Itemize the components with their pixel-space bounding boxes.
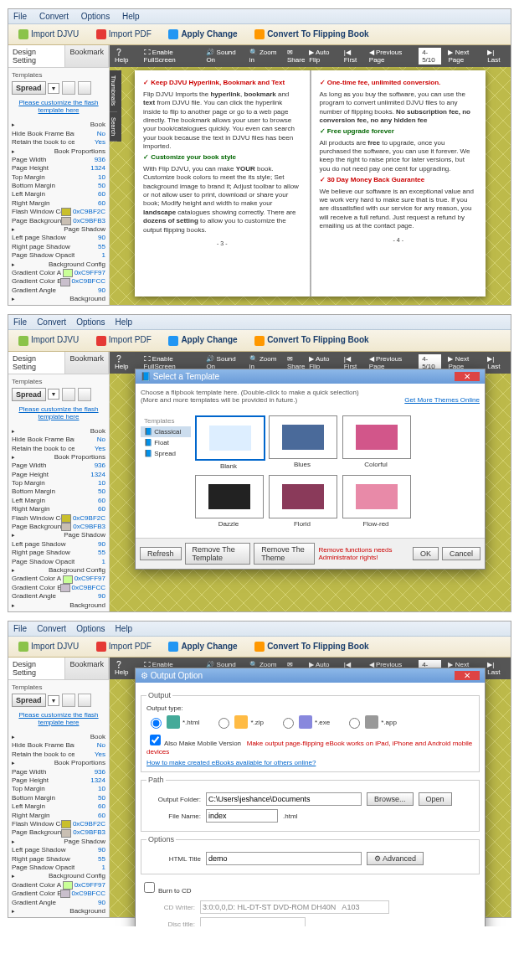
pdf-icon (96, 29, 106, 39)
output-section: Output Output type: *.html *.zip *.exe *… (141, 691, 480, 772)
dialog-title: 📘 Select a Template (141, 372, 219, 381)
import-pdf-button[interactable]: Import PDF (91, 28, 157, 41)
customize-link[interactable]: Please customize the flash template here (12, 97, 105, 116)
zoom-button[interactable]: 🔍 Zoom in (249, 49, 279, 64)
autoflip-button[interactable]: ▶ Auto Flip (309, 49, 337, 64)
tpl-colorful[interactable] (342, 415, 411, 459)
menu-convert[interactable]: Convert (39, 12, 69, 21)
exe-icon (299, 715, 312, 729)
property-grid: BookHide Book Frame BarNoRetain the book… (8, 119, 109, 305)
tpl-florid[interactable] (269, 475, 337, 518)
html-title-input[interactable] (206, 852, 362, 865)
template-type-list: Templates 📘 Classical 📘 Float 📘 Spread (141, 415, 191, 459)
tpl-spread[interactable]: 📘 Spread (141, 448, 191, 459)
apply-change-button[interactable]: Apply Change (163, 28, 242, 41)
disc-title-input (200, 917, 306, 926)
make-mobile-checkbox[interactable] (150, 735, 161, 745)
output-folder-input[interactable] (206, 792, 362, 806)
thumbnails-tab[interactable]: Thumbnails (110, 70, 117, 111)
select-template-dialog: 📘 Select a Template✕ Choose a flipbook t… (135, 369, 486, 570)
output-type-radios: *.html *.zip *.exe *.app (146, 715, 474, 729)
menubar: File Convert Options Help (8, 9, 511, 24)
template-tool-1[interactable] (62, 81, 75, 95)
remove-template-button[interactable]: Remove The Template (185, 543, 251, 565)
sidebar: Design Setting Bookmark Templates Spread… (8, 45, 110, 305)
next-page-button[interactable]: ▶ Next Page (448, 49, 480, 64)
template-grid: Blank Blues Colorful Dazzle Florid Flow-… (195, 415, 480, 528)
menu-file[interactable]: File (13, 12, 27, 21)
zip-icon (234, 715, 248, 729)
output-option-dialog: ⚙ Output Option✕ Output Output type: *.h… (135, 668, 486, 926)
radio-exe[interactable]: *.exe (279, 715, 330, 729)
template-dropdown-arrow[interactable]: ▼ (48, 83, 60, 94)
import-djvu-button[interactable]: Import DJVU (13, 28, 84, 41)
dialog-title: ⚙ Output Option (141, 671, 203, 680)
search-tab[interactable]: Search (110, 112, 117, 142)
flipbook[interactable]: ✓ Keep DJVU Hyperlink, Bookmark and Text… (135, 70, 486, 297)
app-icon (365, 715, 378, 729)
tab-bookmark[interactable]: Bookmark (65, 45, 109, 67)
tpl-dazzle[interactable] (195, 475, 264, 518)
tpl-float[interactable]: 📘 Float (141, 437, 191, 448)
page-left: ✓ Keep DJVU Hyperlink, Bookmark and Text… (135, 70, 310, 297)
last-page-button[interactable]: ▶| Last (487, 49, 506, 64)
tpl-classical[interactable]: 📘 Classical (141, 426, 191, 437)
spread-template-button[interactable]: Spread (12, 81, 46, 95)
convert-icon (254, 29, 265, 39)
burn-cd-checkbox[interactable] (144, 882, 155, 893)
open-button[interactable]: Open (419, 792, 452, 806)
fullscreen-button[interactable]: ⛶ Enable FullScreen (144, 49, 198, 64)
ok-button[interactable]: OK (413, 547, 439, 560)
browse-button[interactable]: Browse... (367, 792, 414, 806)
path-section: Path Output Folder:Browse...Open File Na… (141, 776, 480, 832)
preview-area: ❔ Help ⛶ Enable FullScreen 🔊 Sound On 🔍 … (110, 45, 511, 305)
tab-design-setting[interactable]: Design Setting (8, 45, 65, 67)
page-right: ✓ One-time fee, unlimited conversion. As… (311, 70, 486, 297)
close-button[interactable]: ✕ (455, 372, 480, 381)
help-button[interactable]: ❔ Help (115, 49, 136, 64)
tpl-blank[interactable] (195, 415, 265, 461)
share-button[interactable]: ✉ Share (287, 49, 309, 64)
page-indicator[interactable]: 4-5/10 (419, 48, 441, 64)
tpl-flow-red[interactable] (342, 475, 411, 518)
advanced-button[interactable]: ⚙ Advanced (367, 852, 424, 865)
apply-icon (168, 29, 178, 39)
get-more-themes-link[interactable]: Get More Themes Online (404, 396, 480, 404)
menu-help[interactable]: Help (122, 12, 140, 21)
toolbar: Import DJVU Import PDF Apply Change Conv… (8, 24, 511, 45)
close-button[interactable]: ✕ (455, 671, 480, 680)
file-name-input[interactable] (206, 809, 278, 823)
how-link[interactable]: How to make created eBooks available for… (146, 759, 316, 766)
refresh-button[interactable]: Refresh (140, 547, 182, 560)
cd-writer-input (200, 900, 389, 914)
prev-page-button[interactable]: ◀ Previous Page (369, 49, 412, 64)
radio-html[interactable]: *.html (146, 715, 199, 729)
radio-app[interactable]: *.app (345, 715, 397, 729)
sound-button[interactable]: 🔊 Sound On (206, 49, 240, 64)
djvu-icon (18, 29, 28, 39)
options-section: Options HTML Title⚙ Advanced (141, 835, 480, 874)
templates-label: Templates (12, 71, 105, 79)
template-tool-2[interactable] (78, 81, 91, 95)
preview-toolbar: ❔ Help ⛶ Enable FullScreen 🔊 Sound On 🔍 … (110, 45, 511, 67)
cancel-button[interactable]: Cancel (442, 547, 480, 560)
convert-to-flipping-button[interactable]: Convert To Flipping Book (249, 28, 373, 41)
tpl-blues[interactable] (269, 415, 337, 459)
first-page-button[interactable]: |◀ First (344, 49, 362, 64)
menu-options[interactable]: Options (81, 12, 110, 21)
remove-theme-button[interactable]: Remove The Theme (254, 543, 315, 565)
globe-icon (167, 715, 180, 729)
radio-zip[interactable]: *.zip (214, 715, 264, 729)
